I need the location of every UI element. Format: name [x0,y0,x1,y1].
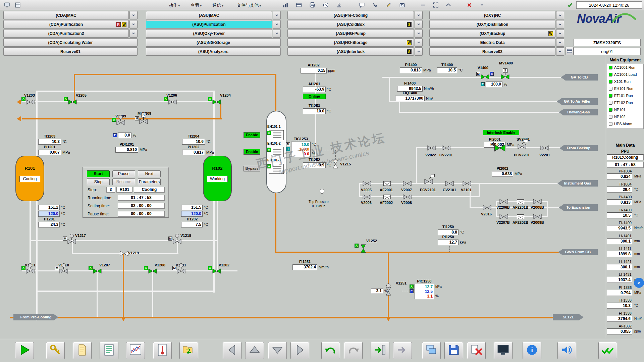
nav-oxy-distillation[interactable]: (OXY)Distillation [429,20,555,29]
camera-icon[interactable] [398,1,407,9]
transfer-button[interactable] [179,342,198,359]
nav-reserve02[interactable]: Reserve02 [429,47,555,56]
nav-cda-mac-popup-button[interactable] [129,11,138,19]
valve-v1204[interactable] [212,99,221,105]
card-icon[interactable] [294,1,303,9]
valve-v2007[interactable] [403,181,412,186]
filter-af2001[interactable] [383,181,391,186]
filter-af2202b[interactable] [517,214,524,219]
login-button[interactable] [371,342,389,359]
valve-v1205[interactable] [68,99,77,105]
valve-v2101[interactable] [463,181,471,186]
filter-af2201b[interactable] [517,199,524,204]
next-button[interactable] [393,342,412,359]
nav-reserve02-popup-button[interactable] [556,47,564,56]
chat-icon[interactable] [358,1,366,9]
panel-icon[interactable] [13,1,22,9]
menu-view[interactable]: 查看 ▾ [189,1,204,9]
vessel-r102[interactable]: R102Working [203,156,232,201]
nav-asu-ng-storage[interactable]: (ASU)NG-Storage [146,38,281,47]
stop-button[interactable]: Stop [87,178,110,185]
nav-asu-mac[interactable]: (ASU)MAC [146,11,272,19]
valve-v2008b[interactable] [533,199,542,204]
nav-asu-mac-popup-button[interactable] [273,11,281,19]
filter-af2002[interactable] [383,195,391,199]
nav-oxy-nc-popup-button[interactable] [556,11,564,19]
valve-v2008[interactable] [403,194,412,200]
trend-button[interactable] [126,342,145,359]
runtime-button[interactable] [15,342,34,359]
temperature-report-button[interactable] [153,342,172,359]
parameters-button[interactable]: Parameters [138,178,161,185]
valve-pcv2201[interactable] [518,144,526,149]
start-button[interactable]: Start [87,170,110,177]
valve-v1218[interactable] [173,239,181,244]
nav-asu-oxy-tower[interactable]: (ASU)Oxy-Tower [146,29,272,38]
resume-button[interactable]: Resume [112,178,135,185]
valve-v1210[interactable] [59,268,68,274]
bar-chart-icon[interactable] [281,1,290,9]
valve-v1219[interactable] [120,251,128,256]
display-button[interactable] [494,342,513,359]
close-icon[interactable] [465,1,474,9]
nav-asu-coldbox-popup-button[interactable] [415,20,423,29]
valve-cv2201[interactable] [442,145,450,151]
download-icon[interactable] [335,1,343,9]
nav-cda-purification[interactable]: (CDA)PurificationRW [3,20,129,29]
valve-v1215[interactable] [333,160,338,168]
nav-oxy-nc[interactable]: (OXY)NC [429,11,555,19]
minimize-icon[interactable] [419,1,427,9]
copy-button[interactable] [422,342,441,359]
nav-asu-purification[interactable]: (ASU)Purification [146,20,272,29]
info-button[interactable]: i [523,342,541,359]
valve-v1251[interactable] [386,287,391,296]
forward-button[interactable] [290,342,309,359]
nav-oxy-distillation-popup-button[interactable] [556,20,564,29]
nav-cda-mac[interactable]: (CDA)MAC [3,11,129,19]
eh-eh101-2-enable-button[interactable]: Enable [244,149,260,155]
phone-icon[interactable] [371,1,380,9]
valve-v2006[interactable] [363,194,371,200]
valve-v1202[interactable] [212,268,221,274]
valve-v2016[interactable] [483,205,491,210]
delete-button[interactable] [467,342,486,359]
valve-v1209[interactable] [116,120,125,125]
valve-v1252[interactable] [361,244,366,253]
nav-cda-purification-popup-button[interactable] [129,20,138,29]
nav-oxy-backup[interactable]: (OXY)BackupW [429,29,555,38]
valve-sv2001[interactable] [494,144,505,152]
valve-v2207b[interactable] [499,214,508,219]
collapse-sidebar-button[interactable]: < [634,278,644,288]
pen-icon[interactable] [384,1,393,9]
valve-v1203[interactable] [26,99,35,105]
nav-cda-circulating-water[interactable]: (CDA)Circulating Water [3,38,138,47]
nav-asu-purification-popup-button[interactable] [273,20,281,29]
nav-asu-ng-pump-popup-button[interactable] [415,29,423,38]
report-button[interactable] [100,342,118,359]
redo-button[interactable] [344,342,363,359]
nav-electric-data-popup-button[interactable] [556,38,564,47]
valve-v1207[interactable] [93,268,102,274]
print-icon[interactable] [308,1,317,9]
nav-oxy-backup-popup-button[interactable] [556,29,564,38]
monitor-icon[interactable] [3,1,11,9]
valve-mv1400[interactable] [501,74,509,80]
valve-pcv2101[interactable] [424,179,433,184]
nav-asu-no-storage[interactable]: (ASU)NO-StorageW [287,38,414,47]
menu-actions[interactable]: 动作 ▾ [167,1,182,9]
next-step-button[interactable]: Next [138,170,161,177]
back-button[interactable] [223,342,241,359]
controller-pic1250[interactable]: 12.712.53.1 [415,284,434,299]
valve-v1217[interactable] [67,239,76,244]
pause-button[interactable]: Pause [112,170,135,177]
valve-cv2101[interactable] [445,181,454,186]
fit-screen-icon[interactable] [431,1,440,9]
collapse-up-icon[interactable] [444,1,453,9]
tag-button[interactable] [46,342,65,359]
alarm-audio-button[interactable] [557,342,576,359]
nav-cda-purification2[interactable]: (CDA)Purification2 [3,29,129,38]
menu-files[interactable]: 文件与其他 ▾ [235,1,263,9]
nav-asu-analyzers[interactable]: (ASU)Analyzers [146,47,281,56]
valve-v1400[interactable] [481,74,489,80]
nav-asu-coldbox[interactable]: (ASU)ColdBoxS [287,20,414,29]
